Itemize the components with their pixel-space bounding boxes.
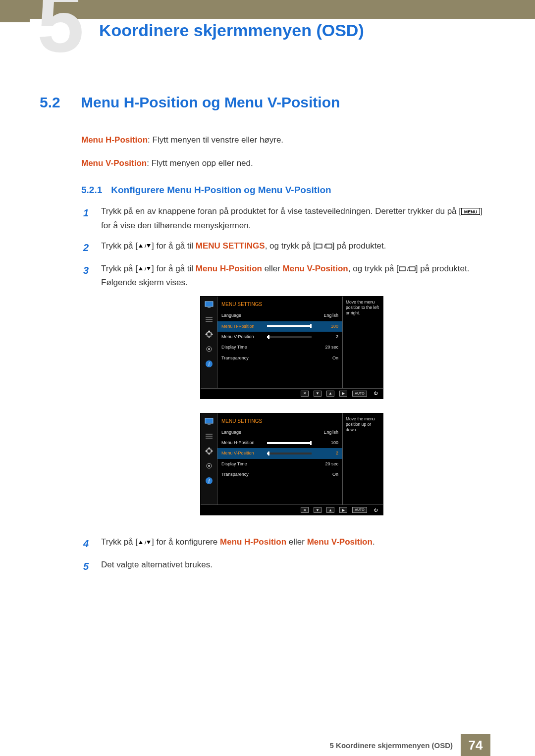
row-val: 100	[317, 323, 338, 330]
section-title: Menu H-Position og Menu V-Position	[81, 94, 340, 111]
monitor-icon	[204, 417, 214, 425]
s3e: Menu V-Position	[283, 264, 348, 273]
osd-tip: Move the menu position to the left or ri…	[342, 297, 383, 388]
osd-row-display-time: Display Time20 sec	[217, 459, 342, 469]
row-val: 2	[317, 333, 338, 341]
step-3: 3 Trykk på [/] for å gå til Menu H-Posit…	[83, 262, 485, 530]
svg-rect-13	[409, 267, 415, 271]
osd-row-transparency: TransparencyOn	[217, 469, 342, 480]
auto-button: AUTO	[352, 507, 367, 513]
footer-page-number: 74	[461, 734, 490, 756]
svg-marker-34	[208, 447, 210, 449]
s2c: MENU SETTINGS	[196, 241, 265, 251]
row-val: On	[317, 354, 338, 362]
select-source-icon: /	[316, 243, 332, 249]
svg-rect-28	[205, 418, 213, 423]
footer-text: 5 Koordinere skjermmenyen (OSD)	[330, 734, 461, 756]
power-icon: ⏻	[372, 391, 379, 397]
osd-main: MENU SETTINGS LanguageEnglish Menu H-Pos…	[217, 297, 342, 388]
svg-rect-7	[326, 244, 332, 248]
svg-text:i: i	[208, 361, 210, 367]
slider-bar	[267, 442, 312, 444]
svg-text:/: /	[145, 540, 147, 546]
row-val: 20 sec	[317, 344, 338, 351]
up-icon: ▲	[326, 507, 334, 513]
chapter-title: Koordinere skjermmenyen (OSD)	[99, 21, 364, 40]
s3a: Trykk på [	[101, 264, 138, 273]
svg-text:i: i	[208, 478, 210, 484]
row-val: 2	[317, 450, 338, 457]
svg-text:/: /	[145, 243, 147, 249]
chapter-number-large: 5	[37, 0, 84, 64]
intro-v: Menu V-Position: Flytt menyen opp eller …	[81, 156, 485, 171]
osd-row-language: LanguageEnglish	[217, 427, 342, 438]
up-down-icon: /	[138, 243, 152, 249]
v-label: Menu V-Position	[81, 158, 147, 168]
s2b: ] for å gå til	[152, 241, 196, 251]
info-icon: i	[204, 360, 214, 368]
svg-rect-33	[207, 449, 211, 453]
close-icon: ✕	[301, 507, 309, 513]
row-val: 20 sec	[317, 460, 338, 468]
svg-marker-22	[205, 333, 207, 335]
svg-marker-8	[139, 267, 143, 270]
position-icon	[204, 447, 214, 455]
list-icon	[204, 432, 214, 440]
h-label: Menu H-Position	[81, 135, 148, 145]
svg-marker-10	[147, 267, 151, 270]
row-label: Menu V-Position	[221, 333, 267, 341]
osd-sidebar: i	[201, 297, 217, 388]
gear-icon	[204, 345, 214, 353]
row-val: English	[317, 312, 338, 319]
slider-bar	[267, 453, 312, 454]
s4b: ] for å konfigurere	[152, 537, 220, 547]
osd-1: i MENU SETTINGS LanguageEnglish Menu H-P…	[200, 296, 383, 399]
row-label: Menu H-Position	[221, 439, 267, 447]
section-number: 5.2	[40, 94, 67, 111]
power-icon: ⏻	[372, 507, 379, 513]
section-heading: 5.2 Menu H-Position og Menu V-Position	[40, 94, 490, 111]
footer: 5 Koordinere skjermmenyen (OSD) 74	[0, 734, 535, 756]
up-down-icon: /	[138, 266, 152, 272]
row-label: Display Time	[221, 344, 267, 351]
row-label: Display Time	[221, 460, 267, 468]
osd-bottom-bar: ✕ ▼ ▲ ▶ AUTO ⏻	[201, 504, 383, 515]
s2d: , og trykk på [	[265, 241, 316, 251]
s4f: .	[373, 537, 375, 547]
svg-point-25	[208, 348, 210, 350]
osd-screenshots: i MENU SETTINGS LanguageEnglish Menu H-P…	[200, 296, 485, 515]
step-4: 4 Trykk på [/] for å konfigurere Menu H-…	[83, 535, 485, 552]
svg-marker-36	[205, 450, 207, 452]
osd-sidebar: i	[201, 413, 217, 504]
osd-row-v-selected: Menu V-Position2	[217, 448, 342, 458]
s4c: Menu H-Position	[220, 537, 286, 547]
info-icon: i	[204, 477, 214, 485]
svg-rect-11	[399, 267, 405, 271]
s4a: Trykk på [	[101, 537, 138, 547]
s4d: eller	[286, 537, 307, 547]
subsection-number: 5.2.1	[81, 185, 102, 196]
step-list: 1 Trykk på en av knappene foran på produ…	[83, 204, 485, 575]
svg-marker-4	[147, 244, 151, 248]
step-num: 2	[83, 239, 92, 256]
svg-rect-19	[207, 332, 211, 336]
osd-bottom-bar: ✕ ▼ ▲ ▶ AUTO ⏻	[201, 388, 383, 399]
step-1: 1 Trykk på en av knappene foran på produ…	[83, 204, 485, 233]
row-label: Menu H-Position	[221, 323, 267, 330]
s2e: ] på produktet.	[332, 241, 386, 251]
svg-marker-44	[147, 541, 151, 544]
osd-row-transparency: TransparencyOn	[217, 353, 342, 363]
svg-marker-2	[139, 244, 143, 248]
osd-tip: Move the menu position up or down.	[342, 413, 383, 504]
right-icon: ▶	[339, 507, 347, 513]
row-label: Transparency	[221, 354, 267, 362]
svg-text:MENU: MENU	[464, 209, 478, 214]
osd-row-h-selected: Menu H-Position100	[217, 321, 342, 332]
s3b: ] for å gå til	[152, 264, 196, 273]
osd-main: MENU SETTINGS LanguageEnglish Menu H-Pos…	[217, 413, 342, 504]
svg-marker-42	[139, 541, 143, 544]
up-icon: ▲	[326, 391, 334, 397]
intro-h: Menu H-Position: Flytt menyen til venstr…	[81, 133, 485, 148]
svg-marker-20	[208, 330, 210, 332]
svg-point-39	[208, 465, 210, 467]
